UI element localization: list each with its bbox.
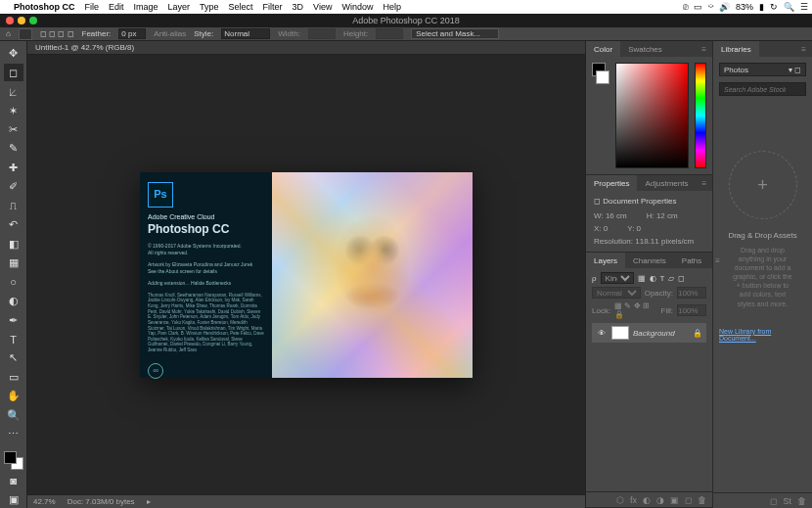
brush-tool-icon[interactable]: ✐ (4, 178, 23, 195)
tab-adjustments[interactable]: Adjustments (637, 175, 696, 191)
close-window-icon[interactable] (6, 17, 14, 24)
panel-menu-icon[interactable]: ≡ (697, 179, 713, 188)
tab-channels[interactable]: Channels (625, 253, 674, 268)
style-select[interactable] (221, 28, 270, 39)
lock-icons[interactable]: ▦ ✎ ✥ ⊞ 🔒 (614, 301, 656, 319)
menu-image[interactable]: Image (134, 2, 158, 12)
quickmask-icon[interactable]: ◙ (4, 472, 23, 488)
app-name[interactable]: Photoshop CC (14, 2, 75, 12)
stamp-tool-icon[interactable]: ⎍ (4, 198, 23, 214)
screenmode-icon[interactable]: ▣ (4, 490, 23, 507)
canvas[interactable]: Ps Adobe Creative Cloud Photoshop CC © 1… (27, 55, 585, 494)
panel-menu-icon[interactable]: ≡ (795, 45, 812, 54)
fill-input[interactable] (677, 304, 706, 316)
tab-swatches[interactable]: Swatches (620, 41, 670, 57)
display-icon[interactable]: ▭ (694, 2, 702, 12)
tab-layers[interactable]: Layers (586, 253, 625, 268)
fx-icon[interactable]: fx (630, 495, 637, 505)
adjustment-icon[interactable]: ◑ (656, 495, 664, 505)
zoom-tool-icon[interactable]: 🔍 (4, 407, 23, 424)
select-and-mask-button[interactable]: Select and Mask... (411, 28, 499, 39)
type-tool-icon[interactable]: T (4, 331, 23, 347)
tool-preset-icon[interactable] (19, 28, 32, 40)
sync-icon[interactable]: ↻ (770, 2, 778, 12)
color-fg-bg-swatch[interactable] (592, 63, 609, 168)
move-tool-icon[interactable]: ✥ (4, 45, 23, 62)
status-zoom[interactable]: 42.7% (33, 497, 56, 506)
home-icon[interactable]: ⌂ (6, 29, 11, 38)
tab-color[interactable]: Color (586, 41, 620, 57)
wifi-icon[interactable]: ⌔ (708, 2, 713, 12)
menu-select[interactable]: Select (229, 2, 253, 12)
status-doc[interactable]: Doc: 7.03M/0 bytes (68, 497, 135, 506)
menu-window[interactable]: Window (341, 2, 373, 12)
pen-tool-icon[interactable]: ✒ (4, 311, 23, 328)
lasso-tool-icon[interactable]: ⟀ (4, 83, 23, 100)
notification-icon[interactable]: ☰ (800, 2, 808, 12)
tab-properties[interactable]: Properties (586, 175, 637, 191)
library-search-input[interactable] (719, 82, 806, 96)
menu-3d[interactable]: 3D (293, 2, 304, 12)
color-swatch[interactable] (4, 451, 23, 470)
spotlight-icon[interactable]: 🔍 (784, 2, 794, 12)
new-library-link[interactable]: New Library from Document... (719, 328, 806, 342)
menu-filter[interactable]: Filter (263, 2, 283, 12)
filter-shape-icon[interactable]: ▱ (668, 274, 674, 283)
antialias-check[interactable]: Anti-alias (154, 29, 186, 38)
filter-smart-icon[interactable]: ◻ (678, 274, 685, 283)
path-tool-icon[interactable]: ↖ (4, 349, 23, 366)
trash-icon[interactable]: 🗑 (698, 495, 706, 505)
layer-row[interactable]: 👁 Background 🔒 (592, 323, 706, 343)
mask-icon[interactable]: ◐ (643, 495, 651, 505)
menu-file[interactable]: File (85, 2, 100, 12)
quick-select-tool-icon[interactable]: ✶ (4, 102, 23, 118)
feather-input[interactable] (118, 28, 146, 39)
battery-icon[interactable]: ▮ (759, 2, 764, 12)
crop-tool-icon[interactable]: ✂ (4, 121, 23, 138)
marquee-tool-icon[interactable]: ◻ (4, 64, 23, 80)
blur-tool-icon[interactable]: ○ (4, 273, 23, 290)
panel-menu-icon[interactable]: ≡ (696, 45, 712, 54)
airplay-icon[interactable]: ⎚ (683, 2, 688, 12)
tab-libraries[interactable]: Libraries (713, 41, 759, 57)
tab-paths[interactable]: Paths (674, 253, 709, 268)
status-chevron-icon[interactable]: ▸ (147, 497, 151, 506)
drop-zone[interactable]: + (729, 151, 797, 219)
eraser-tool-icon[interactable]: ◧ (4, 236, 23, 253)
menu-help[interactable]: Help (383, 2, 401, 12)
hue-slider[interactable] (695, 63, 706, 168)
lib-stock-icon[interactable]: St (783, 496, 791, 506)
maximize-window-icon[interactable] (29, 17, 37, 24)
filter-type-icon[interactable]: T (660, 274, 665, 283)
group-icon[interactable]: ▣ (670, 495, 679, 505)
eyedropper-tool-icon[interactable]: ✎ (4, 140, 23, 157)
new-layer-icon[interactable]: ◻ (685, 495, 692, 505)
layers-kind-select[interactable]: Kind (601, 272, 634, 284)
selection-mode-icons[interactable]: ◻ ◻ ◻ ◻ (40, 29, 74, 38)
menu-layer[interactable]: Layer (168, 2, 191, 12)
volume-icon[interactable]: 🔊 (719, 2, 730, 12)
library-select[interactable]: Photos▾ ◻ (719, 63, 806, 76)
history-brush-tool-icon[interactable]: ↶ (4, 216, 23, 233)
filter-pixel-icon[interactable]: ▦ (638, 274, 646, 283)
opacity-input[interactable] (677, 287, 706, 299)
blend-mode-select[interactable]: Normal (592, 287, 641, 299)
filter-adjust-icon[interactable]: ◐ (650, 274, 656, 283)
hand-tool-icon[interactable]: ✋ (4, 388, 23, 404)
lib-add-icon[interactable]: ◻ (770, 496, 777, 506)
dodge-tool-icon[interactable]: ◐ (4, 293, 23, 309)
menu-view[interactable]: View (313, 2, 332, 12)
lock-icon[interactable]: 🔒 (693, 329, 702, 338)
layer-thumbnail[interactable] (611, 326, 629, 340)
gradient-tool-icon[interactable]: ▦ (4, 254, 23, 271)
visibility-icon[interactable]: 👁 (596, 329, 608, 338)
healing-tool-icon[interactable]: ✚ (4, 160, 23, 176)
menu-type[interactable]: Type (200, 2, 219, 12)
lib-trash-icon[interactable]: 🗑 (797, 496, 806, 506)
color-picker[interactable] (615, 63, 689, 168)
layer-name[interactable]: Background (633, 329, 675, 338)
document-tab[interactable]: Untitled-1 @ 42.7% (RGB/8) (27, 41, 585, 55)
edit-toolbar-icon[interactable]: ⋯ (4, 426, 23, 442)
shape-tool-icon[interactable]: ▭ (4, 369, 23, 386)
minimize-window-icon[interactable] (18, 17, 25, 24)
